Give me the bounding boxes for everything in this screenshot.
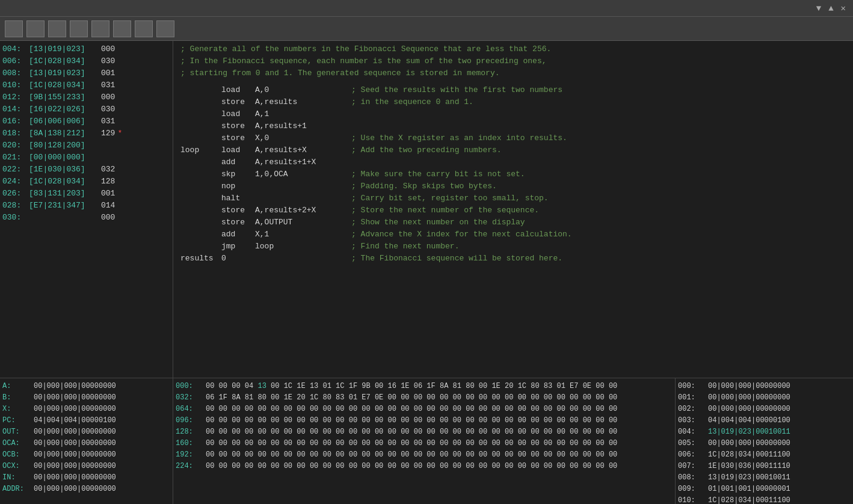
- disasm-row: 012:[9B|155|233] 000: [0, 91, 173, 103]
- disasm-row: 021:[00|000|000]: [0, 152, 173, 164]
- step-button[interactable]: [135, 20, 153, 37]
- disasm-row: 030:000: [0, 212, 173, 224]
- disasm-row: 022:[1E|030|036] 032: [0, 164, 173, 176]
- code-line: storeA,results; in the sequence 0 and 1.: [178, 96, 848, 108]
- code-line: addX,1; Advance the X index for the next…: [178, 229, 848, 241]
- registers-panel: A:00|000|000|00000000B:00|000|000|000000…: [0, 378, 173, 504]
- register-row: B:00|000|000|00000000: [2, 392, 170, 404]
- right-panel-row: 009: 01|001|001|00000001: [678, 484, 851, 495]
- bottom-area: A:00|000|000|00000000B:00|000|000|000000…: [0, 378, 853, 504]
- code-line: halt; Carry bit set, register too small,…: [178, 192, 848, 204]
- auto-button[interactable]: [113, 20, 131, 37]
- disasm-row: 010:[1C|028|034] 031: [0, 79, 173, 91]
- right-panel-row: 010: 1C|028|034|00011100: [678, 495, 851, 504]
- code-line: results0; The Fibonacci sequence will be…: [178, 253, 848, 265]
- right-panel-row: 002: 00|000|000|00000000: [678, 404, 851, 415]
- disasm-row: 028:[E7|231|347] 014: [0, 200, 173, 212]
- disasm-row: 004:[13|019|023] 000: [0, 43, 173, 55]
- code-line: loadA,0; Seed the results with the first…: [178, 84, 848, 96]
- code-line: storeA,OUTPUT; Show the next number on t…: [178, 217, 848, 229]
- disasm-row: 006:[1C|028|034] 030: [0, 55, 173, 67]
- right-panel-row: 003: 04|004|004|00000100: [678, 415, 851, 426]
- disasm-row: 024:[1C|028|034] 128: [0, 176, 173, 188]
- register-row: PC:04|004|004|00000100: [2, 415, 170, 426]
- right-panel-row: 004: 13|019|023|00010011: [678, 426, 851, 438]
- register-row: IN:00|000|000|00000000: [2, 472, 170, 484]
- code-line: nop; Padding. Skp skips two bytes.: [178, 180, 848, 192]
- save-as-button[interactable]: [26, 20, 45, 37]
- register-row: OCB:00|000|000|00000000: [2, 449, 170, 461]
- register-row: OCA:00|000|000|00000000: [2, 438, 170, 449]
- register-row: OUT:00|000|000|00000000: [2, 426, 170, 438]
- code-panel[interactable]: ; Generate all of the numbers in the Fib…: [173, 41, 853, 378]
- title-bar: ▼ ▲ ✕: [0, 0, 853, 17]
- clear-button[interactable]: [70, 20, 88, 37]
- run-button[interactable]: [91, 20, 109, 37]
- minimize-button[interactable]: ▼: [814, 4, 824, 13]
- window-controls: ▼ ▲ ✕: [814, 3, 848, 13]
- main-area: 004:[13|019|023] 000006:[1C|028|034] 030…: [0, 41, 853, 378]
- register-row: OCX:00|000|000|00000000: [2, 461, 170, 472]
- code-line: loadA,1: [178, 108, 848, 120]
- code-line: jmploop; Find the next number.: [178, 241, 848, 253]
- memory-row: 064: 00 00 00 00 00 00 00 00 00 00 00 00…: [176, 404, 673, 415]
- disasm-row: 008:[13|019|023] 001: [0, 67, 173, 79]
- right-panel-row: 001: 00|000|000|00000000: [678, 392, 851, 404]
- disasm-row: 014:[16|022|026] 030: [0, 103, 173, 115]
- memory-row: 096: 00 00 00 00 00 00 00 00 00 00 00 00…: [176, 415, 673, 426]
- load-button[interactable]: [5, 20, 23, 37]
- comment-line: ; starting from 0 and 1. The generated s…: [178, 67, 848, 79]
- memory-row: 224: 00 00 00 00 00 00 00 00 00 00 00 00…: [176, 461, 673, 472]
- memory-row: 128: 00 00 00 00 00 00 00 00 00 00 00 00…: [176, 426, 673, 438]
- right-panel-row: 005: 00|000|000|00000000: [678, 438, 851, 449]
- disasm-row: 018:[8A|138|212] 129*: [0, 128, 173, 140]
- restart-button[interactable]: [48, 20, 66, 37]
- code-line: storeX,0; Use the X register as an index…: [178, 132, 848, 144]
- right-panel-row: 008: 13|019|023|00010011: [678, 472, 851, 484]
- right-panel-row: 000: 00|000|000|00000000: [678, 381, 851, 392]
- code-line: storeA,results+1: [178, 120, 848, 132]
- maximize-button[interactable]: ▲: [826, 4, 836, 13]
- toolbar: [0, 17, 853, 41]
- disasm-row: 016:[06|006|006] 031: [0, 115, 173, 128]
- memory-row: 192: 00 00 00 00 00 00 00 00 00 00 00 00…: [176, 449, 673, 461]
- memory-row: 160: 00 00 00 00 00 00 00 00 00 00 00 00…: [176, 438, 673, 449]
- register-row: X:00|000|000|00000000: [2, 404, 170, 415]
- register-row: ADDR:00|000|000|00000000: [2, 484, 170, 495]
- right-panel-row: 006: 1C|028|034|00011100: [678, 449, 851, 461]
- comment-line: ; In the Fibonacci sequence, each number…: [178, 55, 848, 67]
- disassembly-panel[interactable]: 004:[13|019|023] 000006:[1C|028|034] 030…: [0, 41, 173, 378]
- code-line: addA,results+1+X: [178, 156, 848, 168]
- stop-button[interactable]: [156, 20, 174, 37]
- memory-row: 032: 06 1F 8A 81 80 00 1E 20 1C 80 83 01…: [176, 392, 673, 404]
- code-line: storeA,results+2+X; Store the next numbe…: [178, 204, 848, 217]
- disasm-row: 026:[83|131|203] 001: [0, 188, 173, 200]
- right-detail-panel[interactable]: 000: 00|000|000|00000000001: 00|000|000|…: [676, 378, 853, 504]
- right-panel-row: 007: 1E|030|036|00011110: [678, 461, 851, 472]
- code-line: skp1,0,OCA; Make sure the carry bit is n…: [178, 168, 848, 180]
- register-row: A:00|000|000|00000000: [2, 381, 170, 392]
- memory-row: 000: 00 00 00 04 13 00 1C 1E 13 01 1C 1F…: [176, 381, 673, 392]
- disasm-row: 020:[80|128|200]: [0, 140, 173, 152]
- memory-panel[interactable]: 000: 00 00 00 04 13 00 1C 1E 13 01 1C 1F…: [173, 378, 676, 504]
- code-line: looploadA,results+X; Add the two precedi…: [178, 144, 848, 156]
- comment-line: ; Generate all of the numbers in the Fib…: [178, 43, 848, 55]
- close-button[interactable]: ✕: [839, 3, 848, 13]
